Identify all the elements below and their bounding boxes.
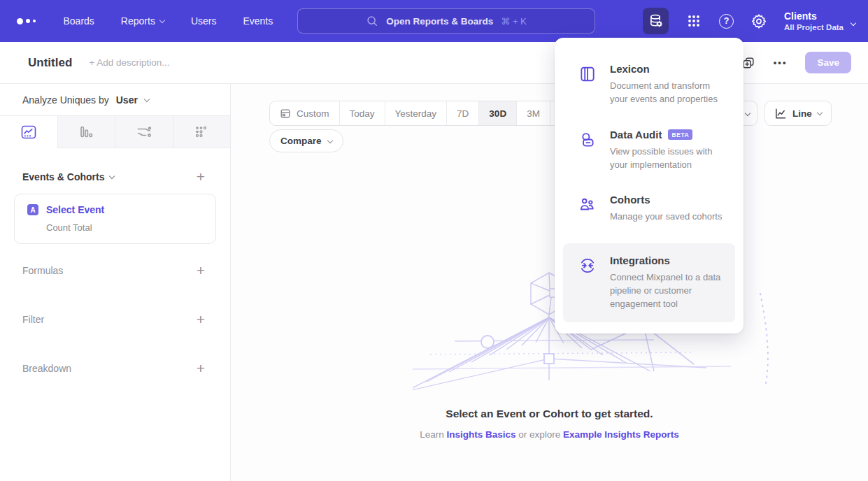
nav-item-reports[interactable]: Reports	[121, 15, 164, 27]
example-reports-link[interactable]: Example Insights Reports	[563, 429, 679, 440]
query-sidebar: Analyze Uniques by User	[0, 84, 231, 481]
analyze-uniques-row: Analyze Uniques by User	[0, 84, 230, 116]
events-cohorts-section: Events & Cohorts +	[0, 171, 230, 182]
global-search-input[interactable]: Open Reports & Boards ⌘ + K	[297, 8, 595, 34]
nav-item-label: Users	[191, 15, 217, 27]
help-button[interactable]: ?	[719, 14, 734, 29]
chevron-down-icon[interactable]	[109, 173, 115, 179]
empty-state-title: Select an Event or Cohort to get started…	[231, 408, 868, 420]
data-management-button[interactable]	[643, 8, 669, 34]
nav-item-events[interactable]: Events	[243, 15, 273, 27]
formulas-label: Formulas	[22, 265, 63, 276]
filter-label: Filter	[22, 314, 44, 325]
analyze-label: Analyze Uniques by	[22, 94, 109, 106]
gear-icon	[751, 13, 767, 29]
menu-item-title: Lexicon	[610, 63, 650, 75]
nav-item-label: Events	[243, 15, 273, 27]
chart-type-tabs	[0, 116, 230, 148]
data-management-dropdown: Lexicon Document and transform your even…	[555, 38, 744, 333]
nav-item-users[interactable]: Users	[191, 15, 217, 27]
chevron-down-icon[interactable]	[144, 96, 150, 101]
line-chart-icon	[774, 108, 787, 120]
chevron-down-icon	[851, 20, 856, 26]
event-card[interactable]: A Select Event Count Total	[14, 194, 216, 244]
date-range-label: 30D	[489, 108, 506, 119]
date-range-label: 3M	[527, 108, 540, 119]
menu-item-integrations[interactable]: Integrations Connect Mixpanel to a data …	[563, 243, 735, 322]
tab-insights-line[interactable]	[0, 116, 58, 148]
menu-item-cohorts[interactable]: Cohorts Manage your saved cohorts	[563, 182, 735, 235]
flows-tab-icon	[136, 125, 152, 139]
menu-item-title: Data Audit	[610, 129, 662, 141]
project-selector[interactable]: Clients All Project Data	[784, 10, 855, 31]
tab-bar-chart[interactable]	[58, 116, 116, 148]
menu-item-description: Connect Mixpanel to a data pipeline or c…	[610, 271, 730, 311]
beta-badge: BETA	[668, 129, 692, 140]
date-range-30d[interactable]: 30D	[478, 101, 516, 125]
chart-type-selector[interactable]: Line	[764, 101, 832, 126]
date-range-3m[interactable]: 3M	[516, 101, 550, 125]
add-event-button[interactable]: +	[197, 171, 205, 182]
breakdown-section: Breakdown +	[0, 363, 230, 374]
line-chart-tab-icon	[21, 125, 36, 139]
report-title[interactable]: Untitled	[28, 56, 72, 70]
events-cohorts-label[interactable]: Events & Cohorts	[22, 171, 104, 182]
chevron-down-icon	[745, 110, 750, 116]
question-mark-icon: ?	[719, 14, 734, 29]
menu-item-title: Integrations	[610, 254, 670, 266]
project-name: Clients	[784, 10, 844, 23]
date-range-today[interactable]: Today	[339, 101, 385, 125]
filter-section: Filter +	[0, 314, 230, 325]
insights-basics-link[interactable]: Insights Basics	[446, 429, 515, 440]
date-range-7d[interactable]: 7D	[446, 101, 478, 125]
report-canvas: Custom Today Yesterday 7D 30D 3M 6M 12M …	[231, 84, 868, 481]
retention-dots-tab-icon	[194, 125, 209, 139]
bar-chart-tab-icon	[78, 125, 94, 139]
date-range-label: Today	[350, 108, 375, 119]
save-button[interactable]: Save	[805, 52, 851, 73]
audit-lock-icon	[578, 131, 597, 172]
tab-retention[interactable]	[173, 116, 231, 148]
add-breakdown-button[interactable]: +	[197, 363, 205, 374]
nav-item-boards[interactable]: Boards	[64, 15, 94, 27]
tab-flows[interactable]	[115, 116, 173, 148]
chevron-down-icon	[159, 17, 165, 22]
middle-text: or explore	[515, 429, 563, 440]
chevron-down-icon	[817, 110, 823, 115]
add-formula-button[interactable]: +	[197, 265, 205, 276]
search-shortcut: ⌘ + K	[501, 16, 527, 27]
count-type-selector[interactable]: Count Total	[46, 222, 206, 233]
nav-right-cluster: ? Clients All Project Data	[643, 0, 855, 42]
people-icon	[578, 196, 597, 224]
chart-type-label: Line	[792, 108, 812, 119]
top-nav: Boards Reports Users Events Open Reports…	[0, 0, 868, 42]
nav-item-label: Reports	[121, 15, 155, 27]
menu-item-description: View possible issues with your implement…	[610, 145, 730, 172]
compare-label: Compare	[280, 136, 322, 146]
settings-button[interactable]	[751, 13, 767, 29]
formulas-section: Formulas +	[0, 265, 230, 276]
date-range-custom[interactable]: Custom	[270, 101, 339, 125]
analyze-value-dropdown[interactable]: User	[116, 94, 138, 106]
report-description-placeholder[interactable]: + Add description...	[89, 57, 169, 68]
date-range-yesterday[interactable]: Yesterday	[385, 101, 447, 125]
apps-grid-button[interactable]	[686, 13, 702, 29]
nav-items: Boards Reports Users Events	[64, 15, 273, 27]
more-options-button[interactable]: •••	[774, 57, 788, 68]
menu-item-title: Cohorts	[610, 194, 650, 206]
select-event-button[interactable]: Select Event	[46, 204, 104, 215]
calendar-icon	[280, 108, 291, 119]
menu-item-lexicon[interactable]: Lexicon Document and transform your even…	[563, 52, 735, 117]
date-range-label: Custom	[297, 108, 329, 119]
mixpanel-logo[interactable]	[17, 18, 36, 24]
project-scope: All Project Data	[784, 23, 844, 31]
date-range-label: Yesterday	[395, 108, 437, 119]
menu-item-data-audit[interactable]: Data AuditBETA View possible issues with…	[563, 117, 735, 183]
nav-item-label: Boards	[64, 15, 94, 27]
book-icon	[578, 65, 597, 106]
menu-item-description: Document and transform your events and p…	[610, 80, 730, 106]
add-filter-button[interactable]: +	[197, 314, 205, 325]
empty-state-subtitle: Learn Insights Basics or explore Example…	[231, 429, 868, 440]
compare-button[interactable]: Compare	[269, 129, 343, 152]
breakdown-label: Breakdown	[22, 363, 71, 374]
